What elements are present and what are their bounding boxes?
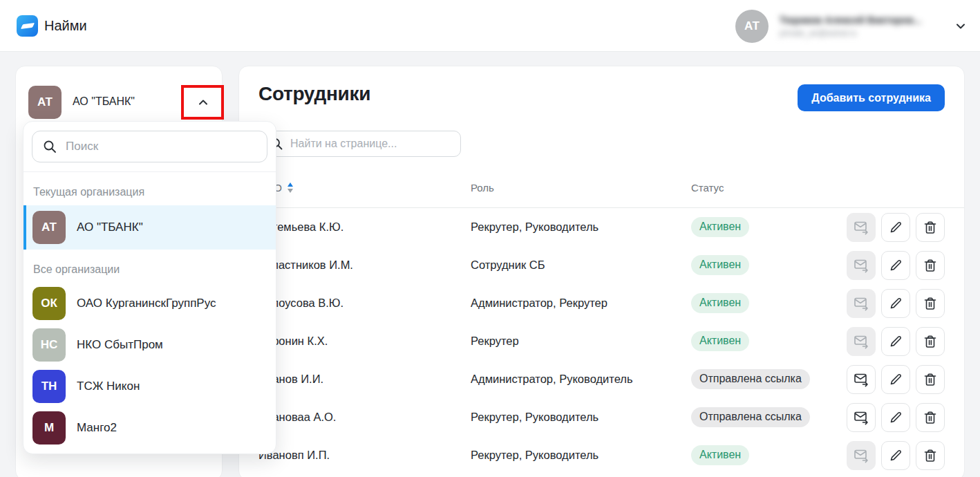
pencil-icon [888, 220, 903, 235]
edit-employee-button[interactable] [881, 213, 910, 242]
employees-table: ФИО Роль Статус Артемьева К.Ю. Рекрутер,… [239, 168, 964, 474]
org-avatar: ТН [32, 370, 66, 403]
trash-icon [923, 258, 938, 273]
table-row: Белоусова В.Ю. Администратор, Рекрутер А… [239, 284, 964, 322]
org-collapse-button[interactable] [190, 90, 216, 115]
edit-employee-button[interactable] [881, 365, 910, 394]
add-employee-button[interactable]: Добавить сотрудника [798, 84, 945, 111]
mail-arrow-icon [853, 295, 869, 312]
chevron-down-icon [955, 21, 966, 32]
delete-employee-button[interactable] [916, 289, 945, 318]
column-header-role: Роль [471, 182, 691, 194]
org-option-label: ТСЖ Никон [77, 380, 140, 393]
app-name: Найми [44, 0, 87, 52]
org-avatar: АТ [28, 86, 62, 119]
org-search[interactable] [32, 131, 267, 162]
resend-invite-button[interactable] [847, 441, 876, 470]
org-option[interactable]: М Манго2 [23, 407, 276, 449]
employee-role: Администратор, Рекрутер [471, 297, 691, 310]
org-option-label: ОАО КурганинскГруппРус [77, 297, 216, 310]
all-orgs-section-label: Все организации [23, 250, 276, 283]
trash-icon [923, 296, 938, 311]
search-icon [42, 139, 57, 154]
current-org-section-label: Текущая организация [23, 172, 276, 205]
resend-invite-button[interactable] [847, 365, 876, 394]
employee-role: Администратор, Руководитель [471, 373, 691, 386]
org-avatar: НС [32, 328, 66, 362]
status-badge: Активен [691, 217, 749, 237]
employee-role: Рекрутер, Руководитель [471, 449, 691, 462]
employee-name: Белоусова В.Ю. [258, 297, 471, 310]
employees-panel: Сотрудники Добавить сотрудника ФИО Роль … [238, 66, 965, 477]
user-menu[interactable]: АТ Тюриков Алексей Викторов... private_a… [735, 0, 966, 52]
trash-icon [923, 410, 938, 425]
org-option[interactable]: НС НКО СбытПром [23, 324, 276, 366]
trash-icon [923, 448, 938, 463]
org-name: АО "ТБАНК" [73, 95, 135, 108]
org-options-list: ОК ОАО КурганинскГруппРус НС НКО СбытПро… [23, 283, 276, 449]
page-search-input[interactable] [290, 138, 452, 150]
status-badge: Отправлена ссылка [691, 407, 810, 427]
delete-employee-button[interactable] [916, 251, 945, 280]
pencil-icon [888, 296, 903, 311]
org-option[interactable]: ОК ОАО КурганинскГруппРус [23, 283, 276, 324]
delete-employee-button[interactable] [916, 403, 945, 432]
org-avatar: АТ [32, 211, 66, 244]
edit-employee-button[interactable] [881, 251, 910, 280]
org-option-label: АО "ТБАНК" [77, 221, 143, 234]
page-search[interactable] [261, 131, 461, 157]
pencil-icon [888, 372, 903, 387]
table-row: Лопастников И.М. Сотрудник СБ Активен [239, 246, 964, 284]
edit-employee-button[interactable] [881, 327, 910, 356]
resend-invite-button[interactable] [847, 327, 876, 356]
delete-employee-button[interactable] [916, 365, 945, 394]
employee-name: Лопастников И.М. [258, 259, 471, 272]
app-header: Найми АТ Тюриков Алексей Викторов... pri… [0, 0, 980, 52]
edit-employee-button[interactable] [881, 289, 910, 318]
table-row: Ивановп И.П. Рекрутер, Руководитель Акти… [239, 436, 964, 474]
employee-role: Рекрутер, Руководитель [471, 411, 691, 424]
org-dropdown: Текущая организация АТ АО "ТБАНК" Все ор… [23, 121, 276, 454]
table-header-row: ФИО Роль Статус [239, 168, 964, 208]
status-badge: Активен [691, 293, 749, 313]
org-avatar: ОК [32, 287, 66, 320]
user-avatar: АТ [735, 10, 769, 43]
status-badge: Активен [691, 445, 749, 465]
user-email: private_an@astral.ru [780, 28, 944, 38]
pencil-icon [888, 410, 903, 425]
chevron-up-icon [197, 96, 209, 109]
edit-employee-button[interactable] [881, 441, 910, 470]
trash-icon [923, 334, 938, 349]
table-body: Артемьева К.Ю. Рекрутер, Руководитель Ак… [239, 208, 964, 474]
resend-invite-button[interactable] [847, 403, 876, 432]
app-logo-icon [17, 15, 38, 37]
sort-icon[interactable] [288, 183, 293, 193]
status-badge: Активен [691, 331, 749, 351]
org-option-current[interactable]: АТ АО "ТБАНК" [23, 205, 276, 250]
mail-arrow-icon [853, 333, 869, 350]
delete-employee-button[interactable] [916, 441, 945, 470]
org-option-label: НКО СбытПром [77, 338, 163, 352]
table-row: Иванов И.И. Администратор, Руководитель … [239, 360, 964, 398]
status-badge: Отправлена ссылка [691, 369, 810, 389]
employee-role: Рекрутер [471, 335, 691, 348]
column-header-status: Статус [691, 182, 945, 194]
mail-arrow-icon [853, 219, 869, 236]
resend-invite-button[interactable] [847, 289, 876, 318]
mail-arrow-icon [853, 409, 869, 426]
delete-employee-button[interactable] [916, 327, 945, 356]
employee-role: Сотрудник СБ [471, 259, 691, 272]
mail-arrow-icon [853, 257, 869, 274]
delete-employee-button[interactable] [916, 213, 945, 242]
edit-employee-button[interactable] [881, 403, 910, 432]
table-row: Артемьева К.Ю. Рекрутер, Руководитель Ак… [239, 208, 964, 246]
org-search-input[interactable] [66, 140, 257, 153]
page: Найми АТ Тюриков Алексей Викторов... pri… [0, 0, 980, 477]
trash-icon [923, 372, 938, 387]
org-option-label: Манго2 [77, 421, 117, 435]
employee-name: Артемьева К.Ю. [258, 221, 471, 234]
resend-invite-button[interactable] [847, 213, 876, 242]
org-option[interactable]: ТН ТСЖ Никон [23, 366, 276, 407]
resend-invite-button[interactable] [847, 251, 876, 280]
pencil-icon [888, 448, 903, 463]
